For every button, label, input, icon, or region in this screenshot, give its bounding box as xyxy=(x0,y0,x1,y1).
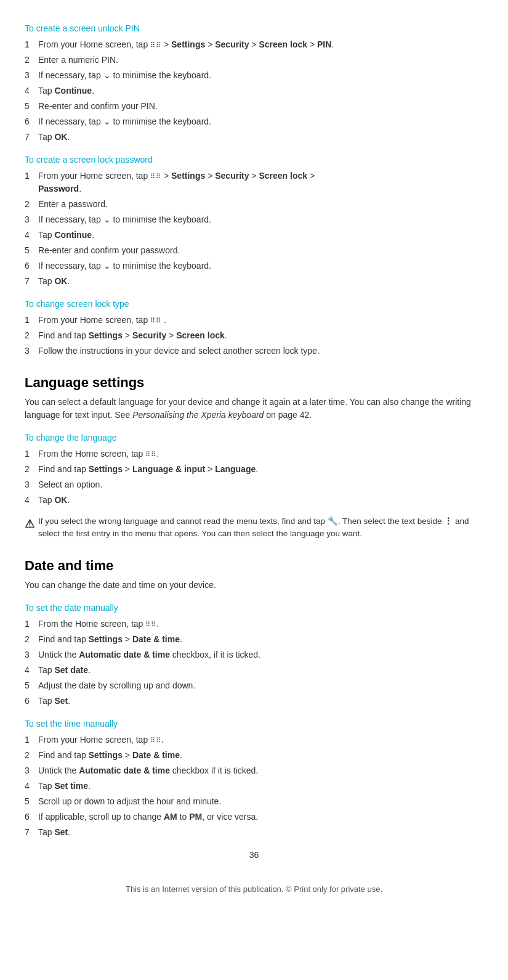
step-content: From the Home screen, tap ⠿⠿. xyxy=(38,447,483,460)
step-content: From your Home screen, tap ⠿⠿ > Settings… xyxy=(38,169,483,195)
step-content: If applicable, scroll up to change AM to… xyxy=(38,811,483,823)
notice-icon: ⚠ xyxy=(25,516,38,533)
list-item: 4Tap Set date. xyxy=(25,664,483,677)
lock-type-steps: 1From your Home screen, tap ⠿⠿ . 2Find a… xyxy=(25,314,483,357)
set-date-subsection: To set the date manually 1From the Home … xyxy=(25,603,483,708)
step-number: 6 xyxy=(25,695,38,708)
step-number: 6 xyxy=(25,115,38,128)
list-item: 1From your Home screen, tap ⠿⠿. xyxy=(25,733,483,746)
step-content: Tap Set. xyxy=(38,826,483,839)
step-content: Re-enter and confirm your PIN. xyxy=(38,100,483,113)
date-time-section: Date and time You can change the date an… xyxy=(25,558,483,839)
step-number: 5 xyxy=(25,795,38,808)
list-item: 2Enter a password. xyxy=(25,198,483,211)
list-item: 2Find and tap Settings > Date & time. xyxy=(25,633,483,646)
step-content: Untick the Automatic date & time checkbo… xyxy=(38,764,483,777)
step-number: 5 xyxy=(25,244,38,257)
step-number: 7 xyxy=(25,275,38,288)
step-number: 2 xyxy=(25,198,38,211)
step-number: 6 xyxy=(25,811,38,823)
step-number: 4 xyxy=(25,780,38,793)
list-item: 3Follow the instructions in your device … xyxy=(25,345,483,357)
step-content: Tap Set. xyxy=(38,695,483,708)
step-content: Tap OK. xyxy=(38,275,483,288)
step-content: From your Home screen, tap ⠿⠿ > Settings… xyxy=(38,38,483,51)
list-item: 1From the Home screen, tap ⠿⠿. xyxy=(25,618,483,631)
unlock-pin-section: To create a screen unlock PIN 1From your… xyxy=(25,23,483,144)
step-content: Adjust the date by scrolling up and down… xyxy=(38,679,483,692)
set-date-steps: 1From the Home screen, tap ⠿⠿. 2Find and… xyxy=(25,618,483,708)
list-item: 3If necessary, tap ⌄ to minimise the key… xyxy=(25,69,483,82)
step-content: Tap OK. xyxy=(38,131,483,144)
list-item: 1From your Home screen, tap ⠿⠿ . xyxy=(25,314,483,327)
step-content: Tap Continue. xyxy=(38,84,483,97)
step-number: 7 xyxy=(25,826,38,839)
lock-password-section: To create a screen lock password 1From y… xyxy=(25,155,483,288)
set-time-title: To set the time manually xyxy=(25,719,483,729)
step-number: 3 xyxy=(25,213,38,226)
list-item: 3Select an option. xyxy=(25,478,483,491)
step-number: 4 xyxy=(25,494,38,507)
step-content: Tap Set time. xyxy=(38,780,483,793)
step-content: Tap Set date. xyxy=(38,664,483,677)
step-content: Find and tap Settings > Language & input… xyxy=(38,463,483,476)
set-time-steps: 1From your Home screen, tap ⠿⠿. 2Find an… xyxy=(25,733,483,839)
step-content: Follow the instructions in your device a… xyxy=(38,345,483,357)
notice-text: If you select the wrong language and can… xyxy=(38,515,483,541)
date-time-intro: You can change the date and time on your… xyxy=(25,579,483,592)
step-number: 4 xyxy=(25,229,38,242)
language-settings-section: Language settings You can select a defau… xyxy=(25,375,483,541)
step-content: If necessary, tap ⌄ to minimise the keyb… xyxy=(38,259,483,272)
list-item: 1From your Home screen, tap ⠿⠿ > Setting… xyxy=(25,169,483,195)
list-item: 3If necessary, tap ⌄ to minimise the key… xyxy=(25,213,483,226)
list-item: 2Find and tap Settings > Language & inpu… xyxy=(25,463,483,476)
step-number: 3 xyxy=(25,345,38,357)
step-number: 2 xyxy=(25,633,38,646)
step-content: Tap OK. xyxy=(38,494,483,507)
list-item: 4Tap Set time. xyxy=(25,780,483,793)
list-item: 6Tap Set. xyxy=(25,695,483,708)
change-language-subsection: To change the language 1From the Home sc… xyxy=(25,433,483,541)
list-item: 6If applicable, scroll up to change AM t… xyxy=(25,811,483,823)
step-number: 1 xyxy=(25,733,38,746)
step-content: Tap Continue. xyxy=(38,229,483,242)
list-item: 5Adjust the date by scrolling up and dow… xyxy=(25,679,483,692)
step-content: Untick the Automatic date & time checkbo… xyxy=(38,648,483,661)
step-content: Re-enter and confirm your password. xyxy=(38,244,483,257)
step-number: 5 xyxy=(25,100,38,113)
lock-password-steps: 1From your Home screen, tap ⠿⠿ > Setting… xyxy=(25,169,483,288)
list-item: 5Scroll up or down to adjust the hour an… xyxy=(25,795,483,808)
list-item: 5Re-enter and confirm your password. xyxy=(25,244,483,257)
list-item: 5Re-enter and confirm your PIN. xyxy=(25,100,483,113)
step-content: From your Home screen, tap ⠿⠿ . xyxy=(38,314,483,327)
set-date-title: To set the date manually xyxy=(25,603,483,613)
step-content: If necessary, tap ⌄ to minimise the keyb… xyxy=(38,69,483,82)
unlock-pin-title: To create a screen unlock PIN xyxy=(25,23,483,33)
step-content: Find and tap Settings > Date & time. xyxy=(38,633,483,646)
language-settings-intro: You can select a default language for yo… xyxy=(25,396,483,422)
step-number: 2 xyxy=(25,463,38,476)
unlock-pin-steps: 1From your Home screen, tap ⠿⠿ > Setting… xyxy=(25,38,483,144)
list-item: 7Tap OK. xyxy=(25,275,483,288)
set-time-subsection: To set the time manually 1From your Home… xyxy=(25,719,483,839)
page-number: 36 xyxy=(25,850,483,860)
list-item: 1From your Home screen, tap ⠿⠿ > Setting… xyxy=(25,38,483,51)
list-item: 4Tap Continue. xyxy=(25,229,483,242)
step-content: Enter a numeric PIN. xyxy=(38,54,483,67)
step-number: 1 xyxy=(25,314,38,327)
step-content: From the Home screen, tap ⠿⠿. xyxy=(38,618,483,631)
step-number: 2 xyxy=(25,749,38,762)
step-content: Scroll up or down to adjust the hour and… xyxy=(38,795,483,808)
step-content: Find and tap Settings > Date & time. xyxy=(38,749,483,762)
notice-block: ⚠ If you select the wrong language and c… xyxy=(25,515,483,541)
step-number: 4 xyxy=(25,84,38,97)
step-number: 3 xyxy=(25,764,38,777)
list-item: 4Tap OK. xyxy=(25,494,483,507)
step-number: 2 xyxy=(25,54,38,67)
step-number: 1 xyxy=(25,169,38,195)
list-item: 3Untick the Automatic date & time checkb… xyxy=(25,764,483,777)
list-item: 6If necessary, tap ⌄ to minimise the key… xyxy=(25,115,483,128)
change-language-steps: 1From the Home screen, tap ⠿⠿. 2Find and… xyxy=(25,447,483,507)
step-content: If necessary, tap ⌄ to minimise the keyb… xyxy=(38,213,483,226)
step-number: 5 xyxy=(25,679,38,692)
